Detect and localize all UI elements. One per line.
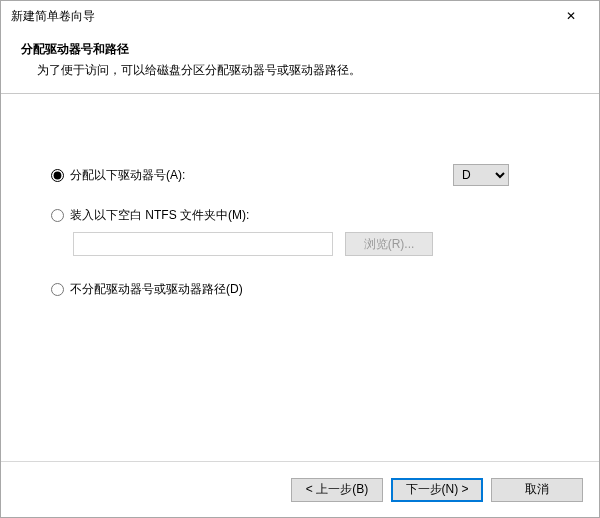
radio-mount-folder-label: 装入以下空白 NTFS 文件夹中(M):: [70, 207, 549, 224]
radio-assign-letter[interactable]: [51, 169, 64, 182]
radio-mount-folder[interactable]: [51, 209, 64, 222]
drive-letter-select[interactable]: D: [453, 164, 509, 186]
next-button[interactable]: 下一步(N) >: [391, 478, 483, 502]
radio-no-assign-label: 不分配驱动器号或驱动器路径(D): [70, 281, 549, 298]
folder-path-input[interactable]: [73, 232, 333, 256]
page-subtitle: 为了便于访问，可以给磁盘分区分配驱动器号或驱动器路径。: [21, 62, 579, 79]
window-title: 新建简单卷向导: [11, 8, 551, 25]
radio-assign-letter-label: 分配以下驱动器号(A):: [70, 167, 453, 184]
option-no-assign-row: 不分配驱动器号或驱动器路径(D): [51, 278, 549, 300]
back-button[interactable]: < 上一步(B): [291, 478, 383, 502]
close-button[interactable]: ✕: [551, 2, 591, 30]
wizard-footer: < 上一步(B) 下一步(N) > 取消: [1, 461, 599, 517]
cancel-button[interactable]: 取消: [491, 478, 583, 502]
page-title: 分配驱动器号和路径: [21, 41, 579, 58]
option-assign-letter-row: 分配以下驱动器号(A): D: [51, 164, 549, 186]
titlebar: 新建简单卷向导 ✕: [1, 1, 599, 31]
wizard-header: 分配驱动器号和路径 为了便于访问，可以给磁盘分区分配驱动器号或驱动器路径。: [1, 31, 599, 94]
option-mount-folder-row: 装入以下空白 NTFS 文件夹中(M):: [51, 204, 549, 226]
wizard-window: 新建简单卷向导 ✕ 分配驱动器号和路径 为了便于访问，可以给磁盘分区分配驱动器号…: [0, 0, 600, 518]
close-icon: ✕: [566, 9, 576, 23]
wizard-content: 分配以下驱动器号(A): D 装入以下空白 NTFS 文件夹中(M): 浏览(R…: [1, 94, 599, 461]
radio-no-assign[interactable]: [51, 283, 64, 296]
mount-folder-subrow: 浏览(R)...: [73, 232, 549, 256]
browse-button[interactable]: 浏览(R)...: [345, 232, 433, 256]
